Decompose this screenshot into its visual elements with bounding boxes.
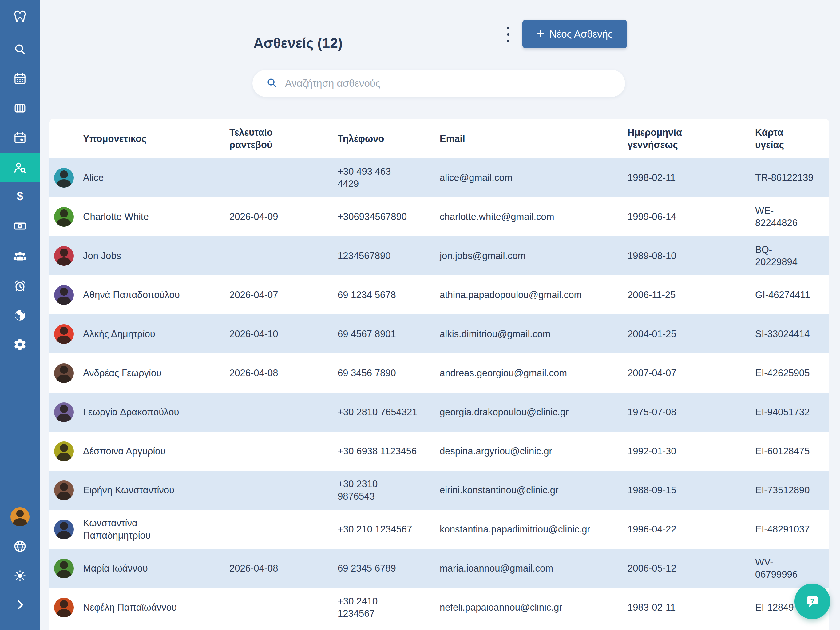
cell-patient-name: Jon Jobs	[83, 236, 229, 275]
table-row[interactable]: Γεωργία Δρακοπούλου +30 2810 7654321 geo…	[49, 393, 829, 432]
table-row[interactable]: Αθηνά Παπαδοπούλου 2026-04-07 69 1234 56…	[49, 275, 829, 314]
cell-phone: +30 210 1234567	[338, 510, 440, 549]
patient-avatar	[54, 324, 74, 344]
cell-email: jon.jobs@gmail.com	[440, 236, 628, 275]
header-email: Email	[440, 119, 628, 158]
sidebar-item-staff[interactable]	[0, 245, 40, 268]
cell-patient-name: Γεωργία Δρακοπούλου	[83, 393, 229, 432]
patient-search-bar	[253, 70, 625, 97]
cell-last-appointment: 2026-04-07	[229, 275, 338, 314]
cell-email: alkis.dimitriou@gmail.com	[440, 314, 628, 353]
table-row[interactable]: Jon Jobs 1234567890 jon.jobs@gmail.com 1…	[49, 236, 829, 275]
sidebar: $ 1	[0, 0, 40, 630]
sidebar-item-billing[interactable]: $	[0, 185, 40, 207]
patient-table-body: Alice +30 493 463 4429 alice@gmail.com 1…	[49, 158, 829, 627]
cell-patient-name: Δέσποινα Αργυρίου	[83, 432, 229, 471]
header-avatar-spacer	[49, 119, 83, 158]
sidebar-item-payments[interactable]: 1	[0, 215, 40, 237]
cell-email: konstantina.papadimitriou@clinic.gr	[440, 510, 628, 549]
cell-health-card: BQ- 20229894	[755, 236, 829, 275]
sidebar-item-world[interactable]	[0, 304, 40, 326]
table-row[interactable]: Αλκής Δημητρίου 2026-04-10 69 4567 8901 …	[49, 314, 829, 353]
sidebar-item-language[interactable]	[0, 535, 40, 557]
help-button[interactable]: ?	[794, 584, 830, 619]
table-row[interactable]: Κωνσταντίνα Παπαδημητρίου +30 210 123456…	[49, 510, 829, 549]
cell-last-appointment: 2026-04-08	[229, 549, 338, 588]
more-options-button[interactable]	[501, 22, 515, 47]
cell-health-card: TR-86122139	[755, 158, 829, 197]
sidebar-item-calendar[interactable]	[0, 68, 40, 90]
cell-last-appointment	[229, 236, 338, 275]
dollar-icon: $	[13, 190, 27, 203]
cell-health-card: EI-73512890	[755, 471, 829, 510]
new-patient-button[interactable]: + Νέος Ασθενής	[523, 20, 627, 48]
cell-patient-name: Νεφέλη Παπαϊωάννου	[83, 588, 229, 627]
chevron-right-icon	[14, 598, 26, 611]
cell-last-appointment	[229, 588, 338, 627]
table-row[interactable]: Charlotte White 2026-04-09 +306934567890…	[49, 197, 829, 236]
earth-globe-icon	[13, 308, 27, 322]
cell-patient-name: Κωνσταντίνα Παπαδημητρίου	[83, 510, 229, 549]
cell-birth-date: 1988-09-15	[628, 471, 755, 510]
user-avatar	[11, 507, 30, 526]
patient-avatar	[54, 519, 74, 539]
cell-health-card: EI-60128475	[755, 432, 829, 471]
svg-text:1: 1	[19, 224, 21, 228]
cell-phone: 69 2345 6789	[338, 549, 440, 588]
cell-health-card: WV- 06799996	[755, 549, 829, 588]
patient-avatar	[54, 285, 74, 305]
sidebar-item-schedule[interactable]	[0, 97, 40, 119]
new-patient-label: Νέος Ασθενής	[549, 28, 613, 40]
search-input[interactable]	[284, 77, 619, 90]
cell-last-appointment	[229, 158, 338, 197]
table-row[interactable]: Μαρία Ιωάννου 2026-04-08 69 2345 6789 ma…	[49, 549, 829, 588]
patient-avatar	[54, 481, 74, 500]
table-row[interactable]: Ειρήνη Κωνσταντίνου +30 2310 9876543 eir…	[49, 471, 829, 510]
cell-birth-date: 1989-08-10	[628, 236, 755, 275]
cell-email: charlotte.white@gmail.com	[440, 197, 628, 236]
kebab-dot	[507, 33, 510, 36]
brightness-sun-icon	[13, 569, 27, 583]
sidebar-expand-button[interactable]	[0, 594, 40, 616]
table-row[interactable]: Ανδρέας Γεωργίου 2026-04-08 69 3456 7890…	[49, 353, 829, 393]
patient-avatar	[54, 402, 74, 422]
sidebar-item-search[interactable]	[0, 38, 40, 60]
cell-phone: +30 2410 1234567	[338, 588, 440, 627]
cell-phone: +30 493 463 4429	[338, 158, 440, 197]
table-row[interactable]: Δέσποινα Αργυρίου +30 6938 1123456 despi…	[49, 432, 829, 471]
sidebar-item-settings[interactable]	[0, 334, 40, 356]
cell-email: athina.papadopoulou@gmail.com	[440, 275, 628, 314]
cell-health-card: WE- 82244826	[755, 197, 829, 236]
theme-toggle[interactable]	[0, 565, 40, 587]
header-phone: Τηλέφωνο	[338, 119, 440, 158]
cell-health-card: EI-94051732	[755, 393, 829, 432]
cell-birth-date: 1983-02-11	[628, 588, 755, 627]
sidebar-item-appointments[interactable]	[0, 127, 40, 149]
table-row[interactable]: Alice +30 493 463 4429 alice@gmail.com 1…	[49, 158, 829, 197]
search-icon	[13, 43, 27, 56]
patient-avatar	[54, 246, 74, 266]
cell-last-appointment	[229, 471, 338, 510]
sidebar-item-reminders[interactable]	[0, 275, 40, 297]
cell-birth-date: 1975-07-08	[628, 393, 755, 432]
cell-patient-name: Ειρήνη Κωνσταντίνου	[83, 471, 229, 510]
cell-birth-date: 2004-01-25	[628, 314, 755, 353]
kebab-dot	[507, 40, 510, 42]
cell-email: georgia.drakopoulou@clinic.gr	[440, 393, 628, 432]
people-group-icon	[13, 249, 27, 263]
table-row[interactable]: Νεφέλη Παπαϊωάννου +30 2410 1234567 nefe…	[49, 588, 829, 627]
sidebar-item-patients[interactable]	[0, 153, 40, 182]
cell-email: andreas.georgiou@gmail.com	[440, 353, 628, 393]
patients-table: Υπομονετικος Τελευταίο ραντεβού Τηλέφωνο…	[49, 119, 829, 630]
help-chat-icon: ?	[804, 592, 821, 611]
user-avatar-button[interactable]	[0, 506, 40, 528]
calendar-month-icon	[13, 72, 27, 85]
cell-last-appointment	[229, 393, 338, 432]
cell-patient-name: Αλκής Δημητρίου	[83, 314, 229, 353]
patient-search-icon	[13, 161, 27, 175]
patient-avatar	[54, 598, 74, 617]
app-logo[interactable]	[0, 6, 40, 28]
cell-phone: +306934567890	[338, 197, 440, 236]
alarm-clock-icon	[13, 279, 27, 293]
cell-patient-name: Μαρία Ιωάννου	[83, 549, 229, 588]
